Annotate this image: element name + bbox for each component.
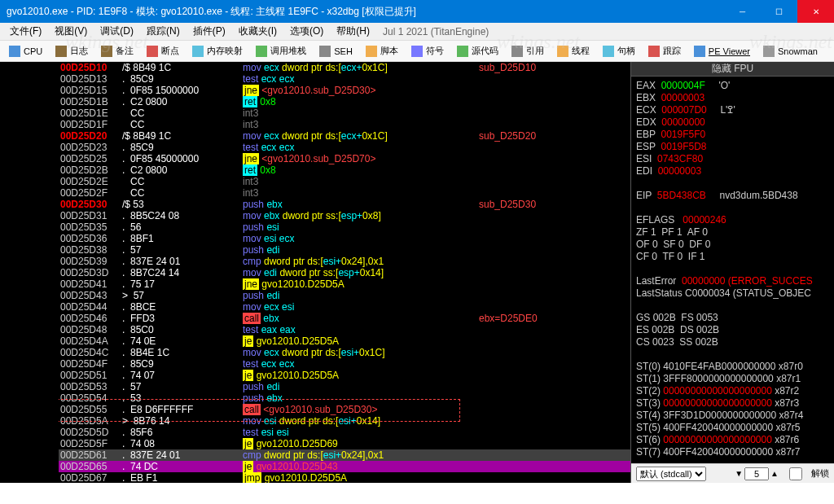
register-line[interactable] <box>636 300 829 312</box>
register-line[interactable]: CF 0 TF 0 IF 1 <box>636 251 829 263</box>
toolbar-button[interactable]: 日志 <box>50 42 94 59</box>
register-line[interactable]: ST(6) 00000000000000000000 x87r6 <box>636 434 829 446</box>
disasm-row[interactable]: 00D25D30/$ 53push ebxsub_D25D30 <box>0 199 630 210</box>
disasm-row[interactable]: 00D25D54. 53push ebx <box>0 392 630 404</box>
disasm-row[interactable]: 00D25D1B. C2 0800ret 0x8 <box>0 96 630 107</box>
menu-item[interactable]: 文件(F) <box>3 24 48 38</box>
calling-convention-select[interactable]: 默认 (stdcall) <box>636 467 706 481</box>
disasm-row[interactable]: 00D25D31. 8B5C24 08mov ebx,dword ptr ss:… <box>0 210 630 221</box>
register-line[interactable]: ES 002B DS 002B <box>636 324 829 336</box>
disasm-row[interactable]: 00D25D38. 57push edi <box>0 244 630 256</box>
disasm-row[interactable]: 00D25D41. 75 17jne gvo12010.D25D5A <box>0 278 630 290</box>
disasm-row[interactable]: 00D25D23. 85C9test ecx,ecx <box>0 142 630 153</box>
disasm-row[interactable]: 00D25D25. 0F85 45000000jne <gvo12010.sub… <box>0 153 630 164</box>
toolbar-button[interactable]: 调用堆栈 <box>250 42 312 59</box>
disasm-row[interactable]: 00D25D48. 85C0test eax,eax <box>0 324 630 335</box>
disasm-row[interactable]: 00D25D51. 74 07je gvo12010.D25D5A <box>0 370 630 381</box>
disasm-row[interactable]: 00D25D4A. 74 0Eje gvo12010.D25D5A <box>0 335 630 347</box>
disasm-row[interactable]: 00D25D5A> 8B76 14mov esi,dword ptr ds:[e… <box>0 415 630 427</box>
disasm-row[interactable]: 00D25D2B. C2 0800ret 0x8 <box>0 164 630 176</box>
toolbar-button[interactable]: 内存映射 <box>187 42 248 59</box>
disasm-row[interactable]: 00D25D1E CCint3 <box>0 107 630 119</box>
register-line[interactable]: ST(1) 3FFF8000000000000000 x87r1 <box>636 373 829 385</box>
register-line[interactable] <box>636 202 829 214</box>
disasm-row[interactable]: 00D25D36. 8BF1mov esi,ecx <box>0 233 630 244</box>
register-line[interactable]: LastError 00000000 (ERROR_SUCCES <box>636 275 829 287</box>
toolbar-button[interactable]: PE Viewer <box>688 43 756 59</box>
maximize-button[interactable]: ☐ <box>761 0 797 23</box>
toolbar-button[interactable]: CPU <box>3 43 48 59</box>
disasm-row[interactable]: 00D25D20/$ 8B49 1Cmov ecx,dword ptr ds:[… <box>0 130 630 142</box>
registers-pane[interactable]: 隐藏 FPU EAX 0000004F 'O'EBX 00000003ECX 0… <box>631 62 834 483</box>
toolbar-button[interactable]: 句柄 <box>597 42 641 59</box>
register-line[interactable]: ST(7) 400FF420040000000000 x87r7 <box>636 446 829 458</box>
disasm-row[interactable]: 00D25D67. EB F1jmp gvo12010.D25D5A <box>0 472 630 483</box>
register-line[interactable]: EBP 0019F5F0 <box>636 129 829 141</box>
register-line[interactable]: ECX 000007D0 L'ߐ' <box>636 104 829 116</box>
disasm-row[interactable]: 00D25D53. 57push edi <box>0 381 630 392</box>
disasm-row[interactable]: 00D25D5D. 85F6test esi,esi <box>0 427 630 438</box>
menu-item[interactable]: 收藏夹(I) <box>232 24 283 38</box>
menu-item[interactable]: 跟踪(N) <box>140 24 187 38</box>
register-line[interactable]: EFLAGS 00000246 <box>636 214 829 226</box>
register-line[interactable] <box>636 348 829 361</box>
register-line[interactable]: ST(3) 00000000000000000000 x87r3 <box>636 397 829 410</box>
register-line[interactable]: ZF 1 PF 1 AF 0 <box>636 226 829 239</box>
disasm-row[interactable]: 00D25D46. FFD3call ebxebx=D25DE0 <box>0 313 630 324</box>
disasm-row[interactable]: 00D25D2F CCint3 <box>0 187 630 199</box>
disasm-row[interactable]: 00D25D61. 837E 24 01cmp dword ptr ds:[es… <box>0 449 630 461</box>
minimize-button[interactable]: ─ <box>724 0 761 23</box>
disasm-row[interactable]: 00D25D4C. 8B4E 1Cmov ecx,dword ptr ds:[e… <box>0 347 630 358</box>
menu-item[interactable]: 视图(V) <box>48 24 94 38</box>
register-line[interactable]: OF 0 SF 0 DF 0 <box>636 239 829 251</box>
disasm-row[interactable]: 00D25D4F. 85C9test ecx,ecx <box>0 358 630 370</box>
register-line[interactable] <box>636 263 829 275</box>
unlock-checkbox[interactable] <box>784 467 808 480</box>
disasm-row[interactable]: 00D25D2E CCint3 <box>0 176 630 187</box>
register-line[interactable]: ST(4) 3FF3D1D0000000000000 x87r4 <box>636 410 829 422</box>
spin-down[interactable]: ▼ <box>735 469 743 478</box>
toolbar-button[interactable]: 引用 <box>506 42 550 59</box>
disasm-row[interactable]: 00D25D44. 8BCEmov ecx,esi <box>0 301 630 313</box>
register-line[interactable]: ST(5) 400FF420040000000000 x87r5 <box>636 422 829 434</box>
disasm-row[interactable]: 00D25D3D. 8B7C24 14mov edi,dword ptr ss:… <box>0 267 630 278</box>
menu-item[interactable]: 选项(O) <box>283 24 330 38</box>
toolbar-button[interactable]: SEH <box>314 43 358 59</box>
menu-item[interactable]: 帮助(H) <box>330 24 376 38</box>
register-line[interactable]: CS 0023 SS 002B <box>636 336 829 348</box>
disasm-row[interactable]: 00D25D5F. 74 08je gvo12010.D25D69 <box>0 438 630 449</box>
disassembly-pane[interactable]: 00D25D10/$ 8B49 1Cmov ecx,dword ptr ds:[… <box>0 62 631 483</box>
param-count-input[interactable] <box>744 467 769 480</box>
toolbar-button[interactable]: 符号 <box>406 42 450 59</box>
disasm-row[interactable]: 00D25D65. 74 DCje gvo12010.D25D43 <box>0 461 630 472</box>
toolbar-button[interactable]: 源代码 <box>451 42 504 59</box>
toolbar-button[interactable]: 脚本 <box>360 42 404 59</box>
disasm-row[interactable]: 00D25D55. E8 D6FFFFFFcall <gvo12010.sub_… <box>0 404 630 415</box>
register-line[interactable]: EAX 0000004F 'O' <box>636 80 829 92</box>
register-line[interactable] <box>636 177 829 190</box>
spin-up[interactable]: ▲ <box>770 469 779 478</box>
disasm-row[interactable]: 00D25D39. 837E 24 01cmp dword ptr ds:[es… <box>0 256 630 267</box>
toolbar-button[interactable]: 备注 <box>95 42 139 59</box>
disasm-row[interactable]: 00D25D13. 85C9test ecx,ecx <box>0 73 630 85</box>
fpu-header[interactable]: 隐藏 FPU <box>631 62 834 77</box>
toolbar-button[interactable]: Snowman <box>757 43 823 59</box>
register-line[interactable]: EDX 00000000 <box>636 116 829 129</box>
disasm-row[interactable]: 00D25D10/$ 8B49 1Cmov ecx,dword ptr ds:[… <box>0 62 630 73</box>
register-line[interactable]: ESP 0019F5D8 <box>636 141 829 153</box>
toolbar-button[interactable]: 断点 <box>141 42 185 59</box>
register-line[interactable]: ESI 0743CF80 <box>636 153 829 165</box>
disasm-row[interactable]: 00D25D1F CCint3 <box>0 119 630 130</box>
disasm-row[interactable]: 00D25D15. 0F85 15000000jne <gvo12010.sub… <box>0 85 630 96</box>
register-line[interactable]: GS 002B FS 0053 <box>636 312 829 324</box>
register-line[interactable]: LastStatus C0000034 (STATUS_OBJEC <box>636 287 829 300</box>
toolbar-button[interactable]: 线程 <box>551 42 595 59</box>
disasm-row[interactable]: 00D25D43> 57push edi <box>0 290 630 301</box>
menu-item[interactable]: 调试(D) <box>94 24 140 38</box>
close-button[interactable]: ✕ <box>797 0 834 23</box>
register-line[interactable]: ST(2) 00000000000000000000 x87r2 <box>636 385 829 397</box>
register-line[interactable]: EDI 00000003 <box>636 165 829 177</box>
register-line[interactable]: ST(0) 4010FE4FAB0000000000 x87r0 <box>636 361 829 373</box>
disasm-row[interactable]: 00D25D35. 56push esi <box>0 221 630 233</box>
register-line[interactable]: EIP 5BD438CB nvd3dum.5BD438 <box>636 190 829 202</box>
